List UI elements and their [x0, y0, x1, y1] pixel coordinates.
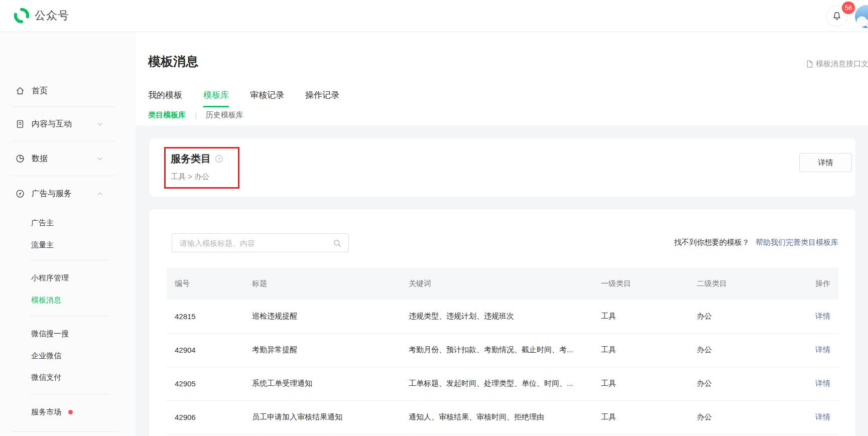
tab-my-templates[interactable]: 我的模板	[148, 89, 182, 107]
tab-template-library[interactable]: 模板库	[203, 89, 229, 107]
sidebar-item-data[interactable]: 数据	[0, 151, 136, 166]
help-question-icon[interactable]: ?	[215, 155, 223, 163]
search-input[interactable]	[172, 234, 348, 252]
svg-text:?: ?	[218, 157, 221, 162]
chevron-down-icon	[95, 119, 104, 128]
improve-library-link[interactable]: 帮助我们完善类目模板库	[756, 238, 838, 246]
subtab-separator: |	[195, 111, 197, 119]
subtab-history-library[interactable]: 历史模板库	[206, 110, 243, 120]
top-header: 公众号 56	[0, 0, 868, 32]
cell-id: 42904	[167, 333, 244, 367]
sidebar-item-label: 内容与互动	[32, 119, 72, 129]
table-row: 42815 巡检违规提醒 违规类型、违规计划、违规班次 工具 办公 详情	[167, 300, 838, 333]
table-row: 42906 员工申请加入审核结果通知 通知人、审核结果、审核时间、拒绝理由 工具…	[167, 400, 838, 434]
row-detail-link[interactable]: 详情	[815, 345, 830, 354]
cell-id: 42906	[167, 400, 244, 434]
sidebar-item-label: 服务市场	[31, 407, 61, 417]
sidebar-item-ads-services[interactable]: 广告与服务	[0, 186, 136, 201]
cell-cat2: 办公	[689, 333, 785, 367]
cell-title: 考勤异常提醒	[244, 333, 401, 367]
cell-cat2: 办公	[689, 367, 785, 400]
cell-title: 巡检违规提醒	[244, 300, 401, 333]
sidebar-item-advertiser[interactable]: 广告主	[0, 215, 136, 230]
row-detail-link[interactable]: 详情	[815, 412, 830, 421]
column-header-id: 编号	[167, 267, 244, 300]
help-line: 找不到你想要的模板？ 帮助我们完善类目模板库	[451, 238, 838, 247]
compass-icon	[15, 189, 25, 199]
cell-id: 42905	[167, 367, 244, 400]
wechat-official-logo	[13, 7, 30, 24]
page-title: 模板消息	[148, 53, 198, 70]
tab-bar: 我的模板 模板库 审核记录 操作记录	[148, 89, 360, 107]
service-category-title-row: 服务类目 ?	[171, 152, 223, 166]
divider	[30, 316, 109, 316]
divider	[30, 394, 109, 394]
cell-keywords: 违规类型、违规计划、违规班次	[401, 300, 593, 333]
sidebar-item-home[interactable]: 首页	[0, 83, 136, 98]
new-badge-dot	[68, 410, 73, 414]
template-search	[172, 233, 349, 252]
cell-cat1: 工具	[593, 300, 689, 333]
divider	[11, 106, 115, 107]
column-header-cat2: 二级类目	[689, 267, 785, 300]
sidebar-item-content[interactable]: 内容与互动	[0, 116, 136, 131]
sidebar-item-service-market[interactable]: 服务市场	[0, 404, 136, 419]
cell-cat1: 工具	[593, 367, 689, 400]
service-category-card: 服务类目 ? 工具 > 办公 详情	[150, 138, 855, 197]
template-table-card: 找不到你想要的模板？ 帮助我们完善类目模板库 编号 标题 关键词 一级类目 二级…	[150, 209, 855, 436]
divider	[11, 431, 119, 432]
api-doc-link-label: 模板消息接口文档	[816, 59, 868, 69]
sidebar-item-wecom[interactable]: 企业微信	[0, 348, 136, 363]
sidebar-item-label: 广告主	[31, 218, 54, 228]
cell-cat1: 工具	[593, 400, 689, 434]
sidebar-item-wx-search[interactable]: 微信搜一搜	[0, 326, 136, 341]
file-icon	[805, 60, 814, 68]
document-icon	[15, 119, 25, 129]
sidebar-item-template-message[interactable]: 模板消息	[0, 293, 136, 308]
cell-title: 员工申请加入审核结果通知	[244, 400, 401, 434]
tab-operation-records[interactable]: 操作记录	[305, 89, 339, 107]
subtab-bar: 类目模板库 | 历史模板库	[148, 110, 243, 120]
category-detail-button[interactable]: 详情	[799, 153, 852, 172]
sidebar-item-label: 小程序管理	[31, 273, 69, 283]
cell-keywords: 考勤月份、预计扣款、考勤情况、截止时间、考...	[401, 333, 593, 367]
subtab-category-library[interactable]: 类目模板库	[148, 110, 186, 120]
sidebar-item-label: 流量主	[31, 240, 54, 250]
cell-cat1: 工具	[593, 333, 689, 367]
cell-title: 系统工单受理通知	[244, 367, 401, 400]
column-header-cat1: 一级类目	[593, 267, 689, 300]
home-icon	[15, 86, 25, 96]
sidebar-item-label: 微信搜一搜	[31, 329, 69, 339]
sidebar-item-label: 首页	[32, 86, 48, 96]
service-category-path: 工具 > 办公	[171, 172, 209, 182]
sidebar-item-miniprogram[interactable]: 小程序管理	[0, 270, 136, 285]
divider	[11, 176, 115, 176]
table-row: 42905 系统工单受理通知 工单标题、发起时间、处理类型、单位、时间、... …	[167, 367, 838, 400]
pie-chart-icon	[15, 154, 25, 164]
divider	[30, 260, 109, 260]
cell-cat2: 办公	[689, 300, 785, 333]
notification-badge: 56	[842, 2, 855, 14]
user-avatar[interactable]	[855, 5, 868, 28]
sidebar: 首页 内容与互动 数据 广告与服务 广告主	[0, 32, 136, 436]
main-header-block	[136, 32, 868, 125]
search-icon[interactable]	[332, 238, 342, 248]
sidebar-item-wx-pay[interactable]: 微信支付	[0, 370, 136, 385]
template-table: 编号 标题 关键词 一级类目 二级类目 操作 42815 巡检违规提醒 违规类型…	[167, 267, 838, 434]
column-header-keywords: 关键词	[401, 267, 593, 300]
api-doc-link[interactable]: 模板消息接口文档	[805, 58, 868, 69]
tab-review-records[interactable]: 审核记录	[250, 89, 284, 107]
bell-icon	[831, 11, 842, 22]
brand[interactable]: 公众号	[13, 7, 69, 24]
sidebar-item-label: 模板消息	[31, 296, 61, 305]
sidebar-item-label: 企业微信	[31, 351, 61, 361]
chevron-down-icon	[95, 154, 104, 163]
service-category-title: 服务类目	[171, 152, 211, 166]
row-detail-link[interactable]: 详情	[815, 312, 830, 320]
row-detail-link[interactable]: 详情	[815, 379, 830, 387]
sidebar-item-traffic[interactable]: 流量主	[0, 237, 136, 252]
table-header-row: 编号 标题 关键词 一级类目 二级类目 操作	[167, 267, 838, 300]
brand-title: 公众号	[35, 8, 69, 23]
sidebar-item-label: 数据	[32, 154, 48, 164]
column-header-action: 操作	[785, 267, 838, 300]
